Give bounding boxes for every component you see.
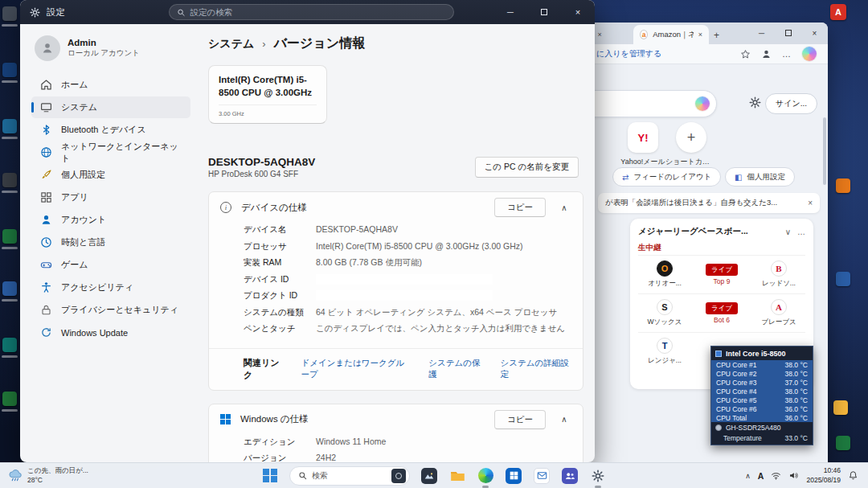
taskbar-mail-app[interactable] (533, 467, 551, 485)
sidebar-item-system[interactable]: システム (31, 96, 190, 118)
sidebar-item-label: Bluetooth とデバイス (61, 124, 146, 136)
desktop-icon[interactable] (2, 281, 17, 296)
desktop-icon[interactable] (836, 178, 850, 193)
weather-widget[interactable]: この先、雨の日が... 28°C (0, 463, 96, 488)
settings-search-box[interactable] (169, 4, 454, 20)
maximize-button[interactable] (775, 23, 801, 43)
taskbar-search-box[interactable] (289, 466, 410, 486)
desktop-icon[interactable] (2, 392, 17, 406)
sidebar-item-apps[interactable]: アプリ (31, 187, 190, 208)
desktop-icon[interactable] (2, 173, 17, 187)
desktop-icon-a[interactable]: A (830, 4, 846, 20)
news-headline[interactable]: が表明「会談場所は後日決まる」自身も交えた3... (605, 198, 802, 208)
desktop-icon[interactable] (836, 272, 850, 286)
windows-spec-header[interactable]: Windows の仕様 コピー ∧ (209, 404, 583, 435)
more-menu-icon[interactable]: … (782, 49, 792, 59)
scrollbar-thumb[interactable] (823, 117, 826, 185)
sidebar-item-accessibility[interactable]: アクセシビリティ (31, 277, 190, 298)
desktop-icon-folder[interactable] (833, 400, 848, 415)
sidebar-item-personalization[interactable]: 個人用設定 (31, 164, 190, 186)
minimize-button[interactable]: ─ (493, 0, 527, 24)
profile-icon[interactable] (761, 49, 772, 59)
copy-button[interactable]: コピー (494, 410, 546, 429)
edge-toolbar-icons: … (740, 47, 820, 61)
sidebar-item-windows-update[interactable]: Windows Update (31, 322, 190, 343)
wifi-icon[interactable] (771, 470, 781, 481)
device-spec-header[interactable]: i デバイスの仕様 コピー ∧ (209, 192, 583, 223)
core-label: CPU Core #2 (716, 370, 757, 378)
settings-search-input[interactable] (190, 7, 446, 17)
ime-mode-indicator[interactable]: A (758, 471, 764, 481)
visual-search-camera-icon[interactable] (391, 469, 406, 483)
start-button[interactable] (261, 467, 279, 485)
desktop-icon[interactable] (2, 229, 17, 244)
link-system-protection[interactable]: システムの保護 (428, 358, 484, 380)
new-tab-button[interactable]: + (714, 30, 719, 41)
user-profile[interactable]: Admin ローカル アカウント (35, 35, 190, 61)
tab-close-icon[interactable]: × (597, 31, 601, 39)
link-advanced-system-settings[interactable]: システムの詳細設定 (500, 358, 571, 380)
desktop-icon[interactable] (2, 6, 17, 21)
taskbar-clock[interactable]: 10:46 2025/08/19 (806, 466, 841, 485)
signin-button[interactable]: サイン... (765, 93, 817, 114)
game-row[interactable]: S Wソックス ライブ Bot 6 A ブレーブス (638, 293, 805, 332)
desktop-icon[interactable] (836, 436, 850, 450)
hidden-icons-chevron[interactable]: ∧ (745, 472, 751, 480)
sidebar-item-label: ネットワークとインターネット (61, 141, 184, 165)
shortcut-add[interactable]: + ショートカット (665, 122, 717, 167)
sidebar-item-privacy-security[interactable]: プライバシーとセキュリティ (31, 299, 190, 321)
spec-label: エディション (244, 437, 316, 448)
home-icon (40, 79, 52, 91)
desktop-icon[interactable] (2, 338, 17, 352)
manage-favorites-link[interactable]: に入りを管理する (596, 48, 661, 59)
notification-bell-icon[interactable] (848, 470, 858, 481)
tab-close-icon[interactable]: × (698, 31, 702, 39)
breadcrumb-parent[interactable]: システム (208, 37, 254, 51)
tab-favicon: a (640, 30, 648, 39)
link-domain-workgroup[interactable]: ドメインまたはワークグループ (301, 358, 413, 380)
collapse-chevron-icon[interactable]: ∧ (555, 415, 573, 424)
taskbar-microsoft-store[interactable] (505, 467, 522, 485)
taskbar-photos-app[interactable] (420, 467, 438, 485)
collapse-chevron-icon[interactable]: ∧ (555, 203, 573, 212)
sidebar-item-gaming[interactable]: ゲーム (31, 254, 190, 276)
sidebar-item-time-language[interactable]: 時刻と言語 (31, 232, 190, 253)
taskbar-settings-app[interactable] (589, 467, 607, 485)
chevron-down-icon[interactable]: ∨ (785, 228, 791, 236)
taskbar-search-input[interactable] (312, 471, 375, 480)
clock-icon (40, 236, 52, 248)
desktop-icon[interactable] (2, 63, 17, 77)
taskbar-edge-browser[interactable] (477, 467, 494, 485)
maximize-button[interactable] (527, 0, 561, 24)
close-button[interactable]: × (801, 23, 828, 43)
personalize-button[interactable]: ◧ 個人用設定 (725, 167, 795, 187)
inning-label: Top 9 (714, 277, 731, 285)
disk-name: GH-SSDR25A480 (726, 424, 781, 432)
card-menu-icon[interactable]: … (797, 228, 805, 236)
sidebar-item-home[interactable]: ホーム (31, 74, 190, 96)
taskbar-teams-app[interactable] (561, 467, 579, 485)
add-shortcut-icon[interactable]: + (676, 122, 706, 153)
yahoo-mail-icon[interactable]: Y! (628, 122, 658, 153)
news-close-icon[interactable]: × (808, 199, 813, 207)
shortcut-yahoo-mail[interactable]: Y! Yahoo!メール (617, 122, 669, 167)
copilot-search-icon[interactable] (695, 96, 710, 111)
volume-icon[interactable] (788, 470, 799, 481)
copilot-icon[interactable] (802, 47, 817, 61)
news-ticker[interactable]: が表明「会談場所は後日決まる」自身も交えた3... × (598, 193, 820, 213)
minimize-button[interactable]: ─ (748, 23, 775, 43)
sidebar-item-accounts[interactable]: アカウント (31, 209, 190, 231)
taskbar-file-explorer[interactable] (448, 467, 466, 485)
feed-layout-button[interactable]: ⇄ フィードのレイアウト (612, 167, 721, 187)
game-row[interactable]: O オリオー... ライブ Top 9 B レッドソ... (638, 255, 805, 293)
sidebar-item-network-internet[interactable]: ネットワークとインターネット (31, 141, 190, 163)
sidebar-item-bluetooth-devices[interactable]: Bluetooth とデバイス (31, 119, 190, 141)
page-settings-gear-icon[interactable] (749, 96, 761, 109)
copy-button[interactable]: コピー (494, 198, 546, 217)
privacy-lock-icon (40, 304, 52, 316)
close-button[interactable]: × (561, 0, 595, 24)
rename-pc-button[interactable]: この PC の名前を変更 (475, 157, 579, 178)
browser-tab-active[interactable]: a Amazon｜ネ... × (633, 25, 709, 44)
desktop-icon[interactable] (2, 119, 17, 133)
favorites-star-icon[interactable] (740, 49, 751, 59)
